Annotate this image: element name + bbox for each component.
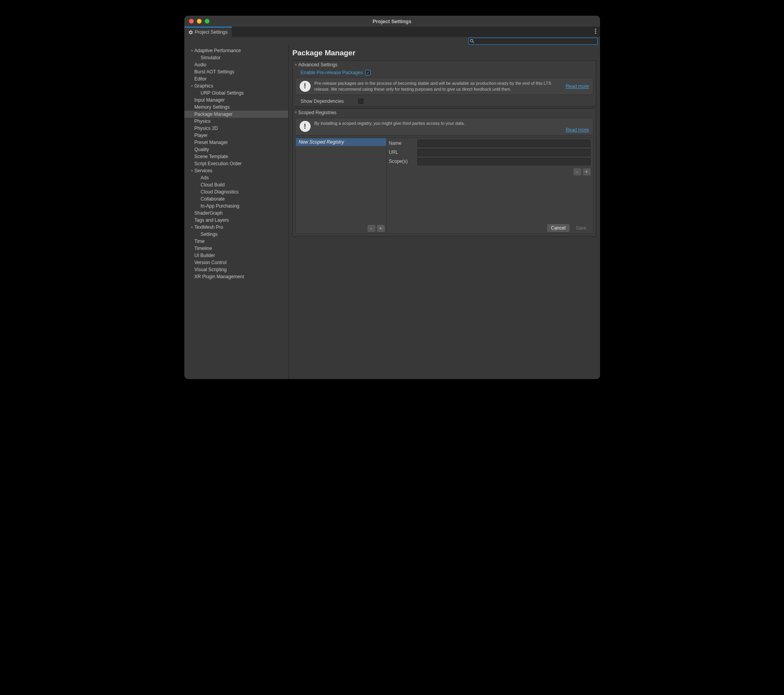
sidebar-item-in-app-purchasing[interactable]: ▼In-App Purchasing (184, 202, 288, 210)
enable-prerelease-checkbox[interactable] (365, 70, 371, 75)
page-title: Package Manager (293, 49, 596, 57)
sidebar-item-settings[interactable]: ▼Settings (184, 231, 288, 238)
sidebar-item-label: Audio (195, 62, 207, 67)
tab-menu-button[interactable] (595, 29, 596, 34)
titlebar: Project Settings (184, 16, 600, 27)
sidebar-item-tags-and-layers[interactable]: ▼Tags and Layers (184, 217, 288, 224)
registry-list-item[interactable]: New Scoped Registry (296, 138, 386, 146)
sidebar-item-adaptive-performance[interactable]: ▼Adaptive Performance (184, 47, 288, 54)
sidebar-item-cloud-diagnostics[interactable]: ▼Cloud Diagnostics (184, 188, 288, 195)
sidebar-item-physics-2d[interactable]: ▼Physics 2D (184, 125, 288, 132)
sidebar-item-label: Collaborate (201, 196, 225, 202)
registry-list: New Scoped Registry - + (296, 138, 387, 233)
sidebar-item-label: URP Global Settings (201, 90, 244, 96)
add-registry-button[interactable]: + (377, 225, 385, 232)
sidebar-item-label: UI Builder (195, 253, 215, 258)
sidebar-item-label: Input Manager (195, 97, 225, 103)
add-scope-button[interactable]: + (583, 168, 591, 175)
sidebar-item-package-manager[interactable]: ▼Package Manager (184, 111, 288, 118)
search-row (184, 37, 600, 46)
sidebar-item-label: Graphics (195, 83, 213, 89)
sidebar-item-visual-scripting[interactable]: ▼Visual Scripting (184, 266, 288, 273)
registry-form: Name URL Scope(s) - + (387, 138, 593, 233)
cancel-button[interactable]: Cancel (547, 224, 569, 232)
sidebar-item-label: Package Manager (195, 111, 233, 117)
tab-project-settings[interactable]: Project Settings (184, 27, 232, 37)
minimize-window-button[interactable] (197, 19, 202, 24)
registry-editor: New Scoped Registry - + Name (295, 138, 593, 234)
sidebar-item-label: In-App Purchasing (201, 203, 240, 209)
window-title: Project Settings (184, 18, 600, 24)
read-more-link[interactable]: Read more (566, 127, 589, 133)
panel-header-label: Scoped Registries (298, 110, 337, 115)
advanced-settings-panel: ▼ Advanced Settings Enable Pre-release P… (293, 60, 596, 107)
sidebar-item-label: Burst AOT Settings (195, 69, 235, 75)
search-icon (469, 38, 475, 44)
scoped-registries-panel: ▼ Scoped Registries ! By installing a sc… (293, 108, 596, 237)
sidebar-item-time[interactable]: ▼Time (184, 238, 288, 245)
expand-arrow-icon: ▼ (191, 84, 195, 88)
sidebar-item-shadergraph[interactable]: ▼ShaderGraph (184, 210, 288, 217)
remove-scope-button[interactable]: - (573, 168, 581, 175)
sidebar-item-input-manager[interactable]: ▼Input Manager (184, 97, 288, 104)
registry-name-label: Name (389, 140, 415, 146)
sidebar-item-player[interactable]: ▼Player (184, 132, 288, 139)
advanced-settings-foldout[interactable]: ▼ Advanced Settings (293, 61, 596, 69)
expand-arrow-icon: ▼ (191, 226, 195, 229)
sidebar-item-simulator[interactable]: ▼Simulator (184, 54, 288, 61)
sidebar-item-script-execution-order[interactable]: ▼Script Execution Order (184, 160, 288, 167)
sidebar-item-collaborate[interactable]: ▼Collaborate (184, 195, 288, 202)
sidebar-item-quality[interactable]: ▼Quality (184, 146, 288, 153)
sidebar-item-preset-manager[interactable]: ▼Preset Manager (184, 139, 288, 146)
infobox-text: By installing a scoped registry, you mig… (315, 120, 589, 126)
sidebar-item-label: XR Plugin Management (195, 274, 244, 279)
settings-sidebar: ▼Adaptive Performance▼Simulator▼Audio▼Bu… (184, 46, 289, 379)
sidebar-item-label: Adaptive Performance (195, 48, 241, 53)
foldout-arrow-icon: ▼ (295, 63, 298, 67)
tabbar: Project Settings (184, 27, 600, 37)
sidebar-item-label: TextMesh Pro (195, 224, 223, 230)
sidebar-item-label: Scene Template (195, 154, 228, 159)
sidebar-item-timeline[interactable]: ▼Timeline (184, 245, 288, 252)
sidebar-item-graphics[interactable]: ▼Graphics (184, 82, 288, 89)
sidebar-item-audio[interactable]: ▼Audio (184, 61, 288, 68)
read-more-link[interactable]: Read more (566, 84, 589, 89)
remove-registry-button[interactable]: - (367, 225, 375, 232)
sidebar-item-label: Editor (195, 76, 207, 82)
save-button[interactable]: Save (572, 224, 590, 232)
sidebar-item-cloud-build[interactable]: ▼Cloud Build (184, 181, 288, 188)
sidebar-item-label: Quality (195, 147, 209, 152)
sidebar-item-version-control[interactable]: ▼Version Control (184, 259, 288, 266)
sidebar-item-textmesh-pro[interactable]: ▼TextMesh Pro (184, 224, 288, 231)
sidebar-item-editor[interactable]: ▼Editor (184, 75, 288, 82)
sidebar-item-scene-template[interactable]: ▼Scene Template (184, 153, 288, 160)
sidebar-item-ads[interactable]: ▼Ads (184, 174, 288, 181)
sidebar-item-ui-builder[interactable]: ▼UI Builder (184, 252, 288, 259)
search-input[interactable] (476, 39, 597, 44)
show-dependencies-checkbox[interactable] (358, 99, 364, 104)
scoped-registries-foldout[interactable]: ▼ Scoped Registries (293, 109, 596, 117)
sidebar-item-label: Version Control (195, 260, 227, 265)
sidebar-item-label: Physics (195, 119, 211, 124)
sidebar-item-label: Timeline (195, 246, 212, 251)
info-icon: ! (300, 121, 311, 132)
tab-label: Project Settings (195, 29, 228, 35)
gear-icon (188, 30, 193, 35)
zoom-window-button[interactable] (205, 19, 209, 24)
sidebar-item-label: Settings (201, 232, 218, 237)
sidebar-item-services[interactable]: ▼Services (184, 167, 288, 174)
close-window-button[interactable] (189, 19, 194, 24)
search-field-wrap (468, 38, 598, 45)
sidebar-item-xr-plugin-management[interactable]: ▼XR Plugin Management (184, 273, 288, 280)
registry-scope-input[interactable] (417, 158, 591, 165)
sidebar-item-label: Visual Scripting (195, 267, 227, 272)
sidebar-item-label: Tags and Layers (195, 217, 229, 223)
sidebar-item-label: Services (195, 168, 213, 173)
registry-name-input[interactable] (417, 140, 591, 147)
sidebar-item-physics[interactable]: ▼Physics (184, 118, 288, 125)
prerelease-infobox: ! Pre-release packages are in the proces… (295, 78, 593, 95)
sidebar-item-burst-aot-settings[interactable]: ▼Burst AOT Settings (184, 68, 288, 75)
registry-url-input[interactable] (417, 149, 591, 156)
sidebar-item-urp-global-settings[interactable]: ▼URP Global Settings (184, 89, 288, 97)
sidebar-item-memory-settings[interactable]: ▼Memory Settings (184, 104, 288, 111)
